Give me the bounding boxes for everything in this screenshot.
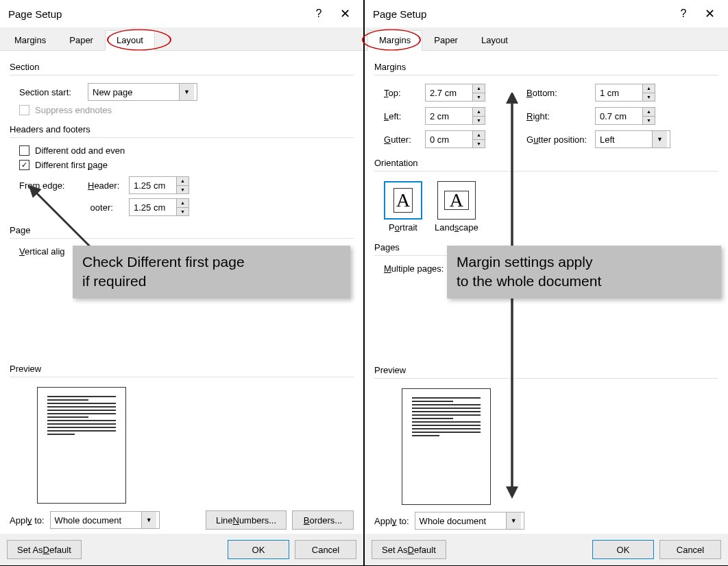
tab-margins[interactable]: Margins [367, 30, 422, 51]
apply-to-row: Apply to: Whole document ▼ Line Numbers.… [10, 510, 354, 530]
preview-heading: Preview [374, 365, 718, 375]
preview-heading: Preview [10, 364, 354, 374]
chevron-down-icon[interactable]: ▼ [177, 208, 189, 216]
section-start-label: Section start: [19, 87, 88, 97]
spinner-buttons[interactable]: ▲▼ [176, 199, 189, 215]
chevron-down-icon[interactable]: ▼ [473, 140, 485, 148]
apply-to-row: Apply to: Whole document ▼ [374, 512, 718, 530]
tab-paper[interactable]: Paper [422, 30, 470, 50]
right-spinner[interactable]: 0.7 cm▲▼ [595, 107, 655, 125]
footer-label: ooter: [88, 202, 129, 213]
spinner-buttons[interactable]: ▲▼ [176, 177, 189, 193]
page-setup-dialog-margins: Page Setup ? ✕ Margins Paper Layout Marg… [365, 0, 728, 565]
header-dist-row: From edge: Header: 1.25 cm ▲▼ [10, 176, 354, 194]
gutter-label: Gutter: [384, 134, 425, 145]
borders-button[interactable]: Borders... [292, 510, 354, 530]
annotation-different-first-page: Check Different first page if required [73, 246, 350, 298]
chevron-down-icon: ▼ [506, 512, 521, 529]
chevron-down-icon[interactable]: ▼ [643, 93, 655, 102]
dialog-footer: Set As Default OK Cancel [0, 534, 363, 565]
footer-dist-row: ooter: 1.25 cm ▲▼ [10, 198, 354, 216]
cancel-button[interactable]: Cancel [295, 540, 356, 559]
chevron-up-icon[interactable]: ▲ [643, 108, 655, 117]
suppress-endnotes-row: Suppress endnotes [10, 105, 354, 115]
diff-odd-even-checkbox[interactable] [19, 145, 29, 156]
portrait-icon: A [384, 181, 422, 220]
chevron-up-icon[interactable]: ▲ [177, 177, 189, 186]
suppress-endnotes-checkbox [19, 105, 29, 115]
page-heading: Page [10, 225, 354, 235]
close-button[interactable]: ✕ [696, 1, 723, 27]
tab-bar: Margins Paper Layout [365, 27, 728, 51]
preview-thumbnail [402, 388, 491, 505]
set-as-default-button[interactable]: Set As Default [7, 540, 82, 559]
apply-to-value: Whole document [55, 515, 122, 526]
chevron-down-icon[interactable]: ▼ [177, 186, 189, 194]
chevron-up-icon[interactable]: ▲ [177, 199, 189, 208]
diff-first-page-label: Different first page [35, 160, 108, 170]
chevron-down-icon[interactable]: ▼ [643, 117, 655, 125]
diff-odd-even-label: Different odd and even [35, 145, 125, 156]
footer-distance-spinner[interactable]: 1.25 cm ▲▼ [129, 198, 189, 216]
orientation-landscape[interactable]: A Landscape [435, 181, 478, 233]
apply-to-label: Apply to: [374, 516, 409, 526]
chevron-up-icon[interactable]: ▲ [643, 84, 655, 93]
header-label: Header: [88, 180, 129, 191]
left-spinner[interactable]: 2 cm▲▼ [425, 107, 485, 125]
section-heading: Section [10, 62, 354, 72]
diff-first-page-row[interactable]: ✓ Different first page [10, 160, 354, 170]
chevron-down-icon[interactable]: ▼ [473, 93, 485, 102]
close-button[interactable]: ✕ [332, 1, 358, 27]
set-as-default-button[interactable]: Set As Default [372, 540, 446, 559]
from-edge-label: From edge: [19, 180, 88, 191]
apply-to-value: Whole document [420, 516, 487, 526]
tab-layout[interactable]: Layout [470, 30, 520, 50]
tab-paper[interactable]: Paper [58, 30, 105, 50]
header-distance-spinner[interactable]: 1.25 cm ▲▼ [129, 176, 189, 194]
apply-to-dropdown[interactable]: Whole document ▼ [415, 512, 524, 530]
multiple-pages-label: Multiple pages: [384, 263, 444, 274]
line-numbers-button[interactable]: Line Numbers... [206, 510, 287, 530]
diff-odd-even-row[interactable]: Different odd and even [10, 145, 354, 156]
orientation-portrait[interactable]: A Portrait [384, 181, 422, 233]
headers-heading: Headers and footers [10, 124, 354, 134]
divider [10, 75, 354, 75]
divider [10, 238, 354, 239]
section-start-row: Section start: New page ▼ [10, 83, 354, 101]
section-start-dropdown[interactable]: New page ▼ [88, 83, 197, 101]
title-bar: Page Setup ? ✕ [365, 0, 728, 27]
bottom-label: Bottom: [526, 88, 595, 98]
apply-to-label: Apply to: [10, 515, 45, 526]
margins-grid: Top: 2.7 cm▲▼ Bottom: 1 cm▲▼ Left: 2 cm▲… [384, 84, 718, 148]
gutter-position-dropdown[interactable]: Left ▼ [595, 130, 670, 148]
landscape-label: Landscape [435, 222, 478, 233]
chevron-up-icon[interactable]: ▲ [473, 131, 485, 140]
margins-heading: Margins [374, 62, 718, 72]
dialog-footer: Set As Default OK Cancel [365, 534, 728, 565]
gutter-spinner[interactable]: 0 cm▲▼ [425, 130, 485, 148]
help-button[interactable]: ? [670, 1, 696, 27]
vertical-align-label: Vertical alig [19, 246, 65, 257]
right-label: Right: [526, 111, 595, 121]
diff-first-page-checkbox[interactable]: ✓ [19, 160, 29, 170]
ok-button[interactable]: OK [228, 540, 289, 559]
top-spinner[interactable]: 2.7 cm▲▼ [425, 84, 485, 102]
divider [10, 377, 354, 377]
cancel-button[interactable]: Cancel [659, 540, 721, 559]
help-button[interactable]: ? [306, 1, 332, 27]
tab-margins[interactable]: Margins [3, 30, 58, 50]
chevron-up-icon[interactable]: ▲ [473, 84, 485, 93]
divider [374, 171, 718, 172]
chevron-up-icon[interactable]: ▲ [473, 108, 485, 117]
footer-distance-value: 1.25 cm [130, 199, 176, 215]
divider [374, 378, 718, 379]
divider [374, 75, 718, 75]
tab-layout[interactable]: Layout [105, 30, 155, 51]
header-distance-value: 1.25 cm [130, 177, 176, 193]
bottom-spinner[interactable]: 1 cm▲▼ [595, 84, 655, 102]
apply-to-dropdown[interactable]: Whole document ▼ [50, 511, 160, 529]
chevron-down-icon: ▼ [179, 84, 194, 100]
suppress-endnotes-label: Suppress endnotes [35, 105, 112, 115]
chevron-down-icon[interactable]: ▼ [473, 117, 485, 125]
ok-button[interactable]: OK [592, 540, 654, 559]
